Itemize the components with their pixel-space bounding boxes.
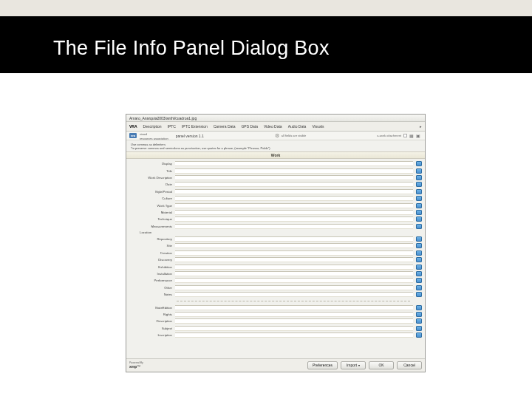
addbtn-performance[interactable] xyxy=(416,278,422,283)
vra-sub-top: visual xyxy=(140,132,147,136)
input-other[interactable] xyxy=(175,285,413,290)
xmp-label: xmp™ xyxy=(129,364,140,369)
hint-line2: *to preserve commas and semicolons as pu… xyxy=(131,146,420,150)
addbtn-display[interactable] xyxy=(416,161,422,166)
form-area: Display Title Work Description Date Styl… xyxy=(126,159,425,358)
row-notes: Notes xyxy=(129,291,422,298)
vra-sub-bottom: resources association xyxy=(140,137,168,140)
dialog-footer: Powered By xmp™ Preferences Import▾ OK C… xyxy=(126,358,425,372)
preferences-button[interactable]: Preferences xyxy=(307,361,338,369)
input-measurements[interactable] xyxy=(175,224,413,229)
display-work-icon[interactable]: ▦ xyxy=(409,133,414,138)
tab-visuals[interactable]: Visuals xyxy=(312,124,324,129)
tab-vra[interactable]: VRA xyxy=(129,124,137,129)
dialog-title: Amaro_Anarquia2003/anthl/cuadroa1.jpg xyxy=(126,115,425,122)
row-date: Date xyxy=(129,181,422,188)
addbtn-subject[interactable] xyxy=(416,326,422,331)
input-description2[interactable] xyxy=(175,318,413,324)
addbtn-title[interactable] xyxy=(416,168,422,174)
input-style-period[interactable] xyxy=(175,189,413,194)
addbtn-culture[interactable] xyxy=(416,196,422,201)
tab-audio-data[interactable]: Audio Data xyxy=(288,124,307,129)
row-exhibition: Exhibition xyxy=(129,263,422,270)
ok-button[interactable]: OK xyxy=(369,361,394,369)
input-work-type[interactable] xyxy=(175,203,413,208)
section-work-header: Work xyxy=(126,151,425,159)
input-performance[interactable] xyxy=(175,278,413,283)
import-button[interactable]: Import▾ xyxy=(341,361,366,369)
attachment-checkbox[interactable] xyxy=(403,134,407,137)
input-display[interactable] xyxy=(175,161,413,166)
input-notes[interactable] xyxy=(175,292,413,297)
tab-iptc[interactable]: IPTC xyxy=(168,124,176,129)
addbtn-installation[interactable] xyxy=(416,271,422,276)
tab-description[interactable]: Description xyxy=(143,124,162,129)
addbtn-exhibition[interactable] xyxy=(416,265,422,270)
row-rights: Rights xyxy=(129,311,422,318)
input-site[interactable] xyxy=(175,243,413,248)
display-image-icon[interactable]: ▣ xyxy=(416,133,420,138)
input-material[interactable] xyxy=(175,210,413,215)
dropdown-icon: ▾ xyxy=(358,364,360,367)
addbtn-work-type[interactable] xyxy=(416,203,422,208)
addbtn-technique[interactable] xyxy=(416,216,422,222)
vra-logo: vra xyxy=(129,133,137,138)
label-stateedition: StateEdition xyxy=(129,306,172,310)
row-subject: Subject xyxy=(129,325,422,332)
row-installation: Installation xyxy=(129,270,422,277)
addbtn-material[interactable] xyxy=(416,210,422,215)
group-location-label: Location xyxy=(129,230,422,236)
addbtn-site[interactable] xyxy=(416,243,422,248)
input-installation[interactable] xyxy=(175,271,413,276)
label-creation: Creation xyxy=(129,251,172,255)
label-style-period: Style/Period xyxy=(129,190,172,194)
addbtn-stateedition[interactable] xyxy=(416,305,422,310)
cancel-button[interactable]: Cancel xyxy=(397,361,422,369)
addbtn-rights[interactable] xyxy=(416,312,422,317)
input-subject[interactable] xyxy=(175,326,413,331)
label-technique: Technique xyxy=(129,217,172,221)
tabs-more-icon[interactable]: ▸ xyxy=(420,124,422,129)
input-exhibition[interactable] xyxy=(175,265,413,270)
row-material: Material xyxy=(129,209,422,216)
addbtn-description2[interactable] xyxy=(416,318,422,324)
addbtn-style-period[interactable] xyxy=(416,189,422,194)
row-title: Title xyxy=(129,167,422,174)
fields-visible-label: all fields are visible xyxy=(282,134,307,137)
tab-iptc-extension[interactable]: IPTC Extension xyxy=(182,124,208,129)
row-inscription: Inscription xyxy=(129,332,422,338)
addbtn-inscription[interactable] xyxy=(416,332,422,338)
tab-gps-data[interactable]: GPS Data xyxy=(241,124,258,129)
input-rights[interactable] xyxy=(175,312,413,317)
hint-text: Use commas as delimiters *to preserve co… xyxy=(126,140,425,151)
label-inscription: Inscription xyxy=(129,333,172,337)
input-title[interactable] xyxy=(175,168,413,174)
addbtn-work-description[interactable] xyxy=(416,175,422,180)
input-creation[interactable] xyxy=(175,250,413,256)
input-discovery[interactable] xyxy=(175,257,413,262)
tab-camera-data[interactable]: Camera Data xyxy=(214,124,236,129)
addbtn-date[interactable] xyxy=(416,182,422,187)
tab-video-data[interactable]: Video Data xyxy=(264,124,282,129)
input-culture[interactable] xyxy=(175,196,413,201)
addbtn-other[interactable] xyxy=(416,285,422,290)
addbtn-repository[interactable] xyxy=(416,236,422,242)
panel-version: panel version 1.1 xyxy=(176,134,204,138)
label-rights: Rights xyxy=(129,313,172,316)
input-repository[interactable] xyxy=(175,236,413,242)
addbtn-creation[interactable] xyxy=(416,250,422,256)
row-measurements: Measurements xyxy=(129,223,422,230)
label-other: Other xyxy=(129,286,172,290)
input-date[interactable] xyxy=(175,182,413,187)
addbtn-discovery[interactable] xyxy=(416,257,422,262)
input-technique[interactable] xyxy=(175,216,413,222)
input-work-description[interactable] xyxy=(175,175,413,180)
row-display: Display xyxy=(129,160,422,167)
input-stateedition[interactable] xyxy=(175,305,413,310)
row-site: Site xyxy=(129,242,422,249)
addbtn-measurements[interactable] xyxy=(416,224,422,229)
addbtn-notes[interactable] xyxy=(416,292,422,297)
input-inscription[interactable] xyxy=(175,332,413,338)
row-technique: Technique xyxy=(129,216,422,222)
gear-icon[interactable]: ⚙ xyxy=(275,133,279,139)
